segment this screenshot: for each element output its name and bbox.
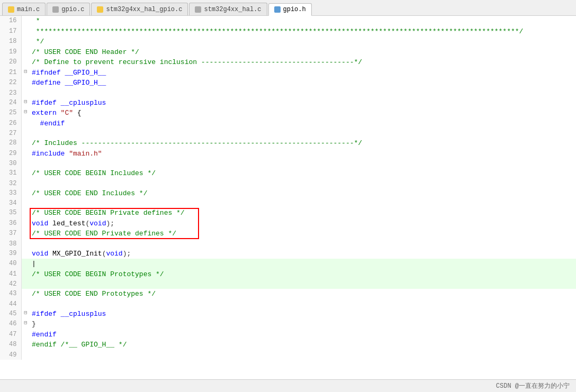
tab-icon-stm32-hal: [195, 6, 201, 13]
line-number: 25: [0, 108, 21, 118]
line-number: 36: [0, 218, 21, 229]
tab-icon-gpio-h: [274, 6, 281, 13]
watermark: CSDN @一直在努力的小宁: [496, 381, 570, 390]
code-line: [30, 198, 576, 208]
line-number: 20: [0, 57, 21, 68]
line-number: 42: [0, 279, 21, 289]
fold-button: [21, 138, 30, 149]
code-container: 16 *17 *********************************…: [0, 16, 576, 360]
tab-bar: main.c gpio.c stm32g4xx_hal_gpio.c stm32…: [0, 0, 576, 16]
tab-label-stm32-hal: stm32g4xx_hal.c: [204, 6, 261, 13]
code-line: /* USER CODE END Private defines */: [30, 229, 576, 239]
line-number: 48: [0, 340, 21, 350]
line-number: 26: [0, 118, 21, 129]
line-number: 24: [0, 98, 21, 108]
line-number: 31: [0, 168, 21, 179]
line-number: 49: [0, 350, 21, 360]
tab-icon-stm32-hal-gpio: [97, 6, 103, 13]
code-line: void MX_GPIO_Init(void);: [30, 249, 576, 259]
line-number: 35: [0, 208, 21, 218]
tab-gpio-c[interactable]: gpio.c: [47, 3, 90, 15]
fold-button: [21, 129, 30, 138]
fold-button: [21, 88, 30, 98]
fold-button[interactable]: ⊟: [21, 319, 30, 330]
fold-button[interactable]: ⊟: [21, 309, 30, 320]
fold-button: [21, 259, 30, 269]
line-number: 17: [0, 26, 21, 37]
line-number: 45: [0, 309, 21, 320]
line-number: 23: [0, 88, 21, 98]
code-line: /* Define to prevent recursive inclusion…: [30, 57, 576, 68]
code-line: /* USER CODE END Includes */: [30, 188, 576, 199]
fold-button: [21, 218, 30, 229]
code-line: [30, 279, 576, 289]
line-number: 40: [0, 259, 21, 269]
fold-button: [21, 239, 30, 249]
line-number: 38: [0, 239, 21, 249]
line-number: 21: [0, 68, 21, 78]
line-number: 47: [0, 330, 21, 340]
code-line: [30, 350, 576, 360]
code-line: }: [30, 319, 576, 330]
tab-gpio-h[interactable]: gpio.h: [268, 3, 312, 16]
code-line: #ifdef __cplusplus: [30, 98, 576, 108]
code-line: #ifndef __GPIO_H__: [30, 68, 576, 78]
line-number: 22: [0, 78, 21, 88]
code-line: [30, 129, 576, 138]
code-line: /* USER CODE BEGIN Prototypes */: [30, 269, 576, 280]
fold-button: [21, 279, 30, 289]
code-line: *: [30, 16, 576, 26]
tab-icon-main-c: [8, 6, 14, 13]
line-number: 16: [0, 16, 21, 26]
line-number: 28: [0, 138, 21, 149]
line-number: 34: [0, 198, 21, 208]
footer: CSDN @一直在努力的小宁: [0, 379, 576, 392]
line-number: 27: [0, 129, 21, 138]
line-number: 33: [0, 188, 21, 199]
fold-button: [21, 340, 30, 350]
tab-label-main-c: main.c: [17, 6, 40, 13]
code-line: #endif /*__ GPIO_H__ */: [30, 340, 576, 350]
fold-button: [21, 208, 30, 218]
fold-button[interactable]: ⊟: [21, 98, 30, 108]
line-number: 41: [0, 269, 21, 280]
code-line: [30, 159, 576, 168]
fold-button: [21, 350, 30, 360]
fold-button[interactable]: ⊟: [21, 68, 30, 78]
fold-button: [21, 16, 30, 26]
fold-button: [21, 289, 30, 299]
code-line: [30, 179, 576, 188]
code-line: ****************************************…: [30, 26, 576, 37]
fold-button: [21, 118, 30, 129]
tab-stm32g4xx-hal-gpio-c[interactable]: stm32g4xx_hal_gpio.c: [91, 3, 188, 15]
fold-button: [21, 179, 30, 188]
fold-button: [21, 299, 30, 309]
code-editor[interactable]: 16 *17 *********************************…: [0, 16, 576, 379]
code-line: extern "C" {: [30, 108, 576, 118]
code-table: 16 *17 *********************************…: [0, 16, 576, 360]
fold-button: [21, 47, 30, 58]
line-number: 37: [0, 229, 21, 239]
fold-button: [21, 249, 30, 259]
code-line: #endif: [30, 118, 576, 129]
line-number: 46: [0, 319, 21, 330]
code-line: */: [30, 37, 576, 47]
line-number: 32: [0, 179, 21, 188]
code-line: [30, 239, 576, 249]
code-line: /* USER CODE BEGIN Includes */: [30, 168, 576, 179]
code-line: #define __GPIO_H__: [30, 78, 576, 88]
fold-button: [21, 198, 30, 208]
fold-button: [21, 269, 30, 280]
code-line: #endif: [30, 330, 576, 340]
code-line: /* USER CODE BEGIN Private defines */: [30, 208, 576, 218]
fold-button[interactable]: ⊟: [21, 108, 30, 118]
fold-button: [21, 159, 30, 168]
line-number: 39: [0, 249, 21, 259]
tab-main-c[interactable]: main.c: [2, 3, 46, 15]
line-number: 29: [0, 149, 21, 159]
tab-label-gpio-h: gpio.h: [283, 6, 306, 13]
code-line: /* USER CODE END Prototypes */: [30, 289, 576, 299]
tab-stm32g4xx-hal-c[interactable]: stm32g4xx_hal.c: [189, 3, 267, 15]
line-number: 30: [0, 159, 21, 168]
code-line: #include "main.h": [30, 149, 576, 159]
